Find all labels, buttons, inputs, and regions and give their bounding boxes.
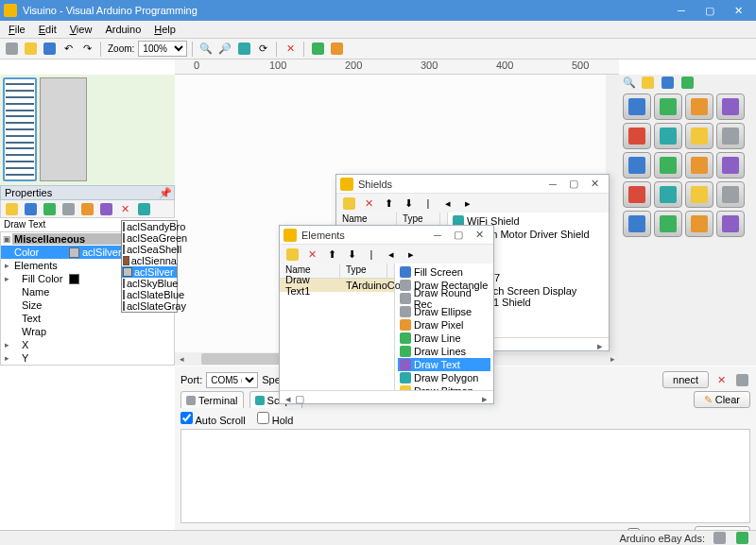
fit-button[interactable] — [235, 41, 252, 58]
color-option[interactable]: aclSeaGreen — [122, 232, 177, 244]
color-option[interactable]: aclSkyBlue — [122, 278, 177, 289]
zoomout-button[interactable]: 🔎 — [216, 41, 233, 58]
clear-button[interactable]: ✎Clear — [694, 391, 750, 408]
element-item[interactable]: Fill Screen — [398, 265, 490, 279]
save-button[interactable] — [41, 41, 58, 58]
palette-item[interactable] — [623, 181, 651, 208]
tab-terminal[interactable]: Terminal — [180, 391, 244, 408]
element-item[interactable]: Draw Line — [398, 332, 490, 345]
close-button[interactable]: ✕ — [724, 0, 752, 21]
palette-item[interactable] — [685, 123, 713, 149]
settings-icon[interactable] — [733, 371, 750, 388]
palette-item[interactable] — [716, 94, 745, 120]
elements-window[interactable]: Elements ─ ▢ ✕ ✕ ⬆ ⬇ | ◂ ▸ Name Type Dra… — [279, 225, 494, 404]
disconnect-icon[interactable]: ✕ — [713, 371, 730, 388]
palette-item[interactable] — [654, 211, 682, 237]
shld-down-icon[interactable]: ⬇ — [400, 195, 417, 212]
menu-edit[interactable]: Edit — [32, 22, 63, 37]
prop-reset-icon[interactable] — [78, 200, 95, 217]
palette-item[interactable] — [685, 181, 713, 208]
zoom-combo[interactable]: 100% — [138, 41, 187, 57]
search-icon[interactable]: 🔍 — [623, 77, 636, 89]
shld-right-icon[interactable]: ▸ — [459, 195, 476, 212]
palette-item[interactable] — [654, 123, 682, 149]
palette-item[interactable] — [716, 152, 745, 179]
palette-item[interactable] — [685, 152, 713, 179]
el-down-icon[interactable]: ⬇ — [343, 246, 360, 263]
connect-button[interactable]: nnect — [662, 371, 709, 388]
status-icon2[interactable] — [733, 530, 750, 546]
palette-item[interactable] — [623, 152, 651, 179]
color-option[interactable]: aclSilver — [122, 266, 177, 278]
color-option[interactable]: aclSlateBlue — [122, 289, 177, 300]
prop-del-icon[interactable]: ✕ — [116, 200, 133, 217]
prop-cat-icon[interactable] — [3, 200, 20, 217]
palette-item[interactable] — [654, 181, 682, 208]
color-option[interactable]: aclSlateGray — [122, 300, 177, 312]
undo-button[interactable]: ↶ — [60, 41, 77, 58]
menu-file[interactable]: File — [2, 22, 32, 37]
pal-grid-icon[interactable] — [679, 74, 696, 91]
pal-toggle-icon[interactable] — [659, 74, 676, 91]
prop-filter-icon[interactable] — [41, 200, 58, 217]
prop-copy-icon[interactable] — [60, 200, 77, 217]
menu-help[interactable]: Help — [147, 22, 182, 37]
open-button[interactable] — [22, 41, 39, 58]
redo-button[interactable]: ↷ — [78, 41, 95, 58]
elements-min-button[interactable]: ─ — [427, 230, 448, 241]
zoomin-button[interactable]: 🔍 — [198, 41, 215, 58]
color-option[interactable]: aclSandyBro — [122, 221, 177, 232]
shld-add-icon[interactable] — [340, 195, 357, 212]
status-icon1[interactable] — [711, 530, 728, 546]
element-item[interactable]: Draw Polygon — [398, 371, 490, 384]
design-preview[interactable] — [0, 75, 175, 185]
palette-item[interactable] — [685, 211, 713, 237]
palette-item[interactable] — [716, 211, 745, 237]
shld-up-icon[interactable]: ⬆ — [380, 195, 397, 212]
element-item[interactable]: Draw Round Rec — [398, 292, 490, 305]
menu-arduino[interactable]: Arduino — [98, 22, 147, 37]
minimize-button[interactable]: ─ — [667, 0, 696, 21]
palette-item[interactable] — [623, 211, 651, 237]
prop-sort-icon[interactable] — [22, 200, 39, 217]
hold-check[interactable]: Hold — [257, 412, 294, 426]
maximize-button[interactable]: ▢ — [696, 0, 724, 21]
prop-collapse-icon[interactable] — [97, 200, 114, 217]
shld-del-icon[interactable]: ✕ — [360, 195, 377, 212]
element-item[interactable]: Draw Bitmap — [398, 384, 490, 390]
pal-filter-icon[interactable] — [639, 74, 656, 91]
palette-item[interactable] — [654, 152, 682, 179]
palette-item[interactable] — [623, 94, 651, 120]
shields-close-button[interactable]: ✕ — [584, 178, 605, 190]
shields-min-button[interactable]: ─ — [542, 179, 563, 190]
menu-view[interactable]: View — [63, 22, 99, 37]
elements-max-button[interactable]: ▢ — [448, 229, 469, 241]
el-row[interactable]: Draw Text1 TArduinoCol — [280, 279, 394, 292]
prop-help-icon[interactable] — [135, 200, 152, 217]
elements-close-button[interactable]: ✕ — [469, 229, 490, 241]
palette-item[interactable] — [654, 94, 682, 120]
palette-item[interactable] — [623, 123, 651, 149]
el-col-type[interactable]: Type — [340, 264, 387, 278]
element-item[interactable]: Draw Text — [398, 358, 490, 371]
color-option[interactable]: aclSienna — [122, 255, 177, 266]
palette-item[interactable] — [716, 123, 745, 149]
new-button[interactable] — [3, 41, 20, 58]
refresh-button[interactable]: ⟳ — [254, 41, 271, 58]
upload-button[interactable] — [309, 41, 326, 58]
palette-item[interactable] — [685, 94, 713, 120]
element-item[interactable]: Draw Lines — [398, 345, 490, 358]
color-option[interactable]: aclSeaShell — [122, 244, 177, 255]
port-combo[interactable]: COM5 (L — [206, 372, 258, 388]
el-add-icon[interactable] — [284, 246, 301, 263]
el-up-icon[interactable]: ⬆ — [323, 246, 340, 263]
delete-button[interactable]: ✕ — [282, 41, 299, 58]
board-button[interactable] — [328, 41, 345, 58]
terminal-output[interactable] — [180, 429, 750, 523]
palette-item[interactable] — [716, 181, 745, 208]
autoscroll-check[interactable]: Auto Scroll — [180, 412, 246, 426]
shld-left-icon[interactable]: ◂ — [439, 195, 456, 212]
el-del-icon[interactable]: ✕ — [303, 246, 320, 263]
element-item[interactable]: Draw Pixel — [398, 318, 490, 332]
pin-icon[interactable]: 📌 — [159, 187, 172, 199]
